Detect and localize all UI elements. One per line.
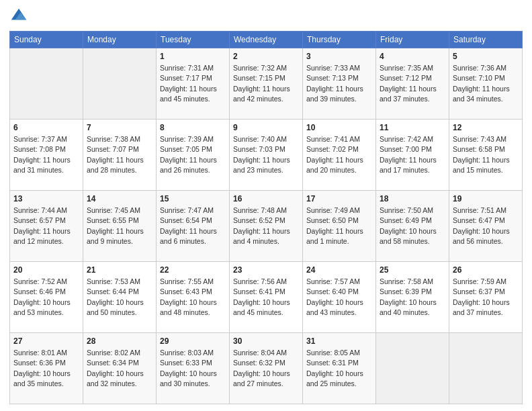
calendar-cell <box>10 48 83 120</box>
day-info: Sunrise: 7:52 AM Sunset: 6:46 PM Dayligh… <box>13 277 71 316</box>
day-number: 30 <box>233 336 299 347</box>
day-info: Sunrise: 7:47 AM Sunset: 6:54 PM Dayligh… <box>160 206 217 245</box>
day-number: 1 <box>160 51 226 62</box>
calendar-cell: 2Sunrise: 7:32 AM Sunset: 7:15 PM Daylig… <box>230 48 303 120</box>
calendar-cell: 17Sunrise: 7:49 AM Sunset: 6:50 PM Dayli… <box>303 191 376 262</box>
calendar-cell: 24Sunrise: 7:57 AM Sunset: 6:40 PM Dayli… <box>303 262 376 333</box>
calendar-cell: 29Sunrise: 8:03 AM Sunset: 6:33 PM Dayli… <box>157 333 230 404</box>
day-number: 25 <box>380 265 445 276</box>
day-info: Sunrise: 7:53 AM Sunset: 6:44 PM Dayligh… <box>87 277 144 316</box>
day-info: Sunrise: 7:55 AM Sunset: 6:43 PM Dayligh… <box>160 277 217 316</box>
day-info: Sunrise: 7:37 AM Sunset: 7:08 PM Dayligh… <box>13 135 71 174</box>
calendar-cell: 25Sunrise: 7:58 AM Sunset: 6:39 PM Dayli… <box>376 262 449 333</box>
day-number: 8 <box>160 122 226 134</box>
calendar-cell: 5Sunrise: 7:36 AM Sunset: 7:10 PM Daylig… <box>449 48 523 120</box>
day-info: Sunrise: 8:04 AM Sunset: 6:32 PM Dayligh… <box>233 349 290 387</box>
day-number: 3 <box>306 51 372 62</box>
day-number: 19 <box>453 193 519 205</box>
calendar-cell: 23Sunrise: 7:56 AM Sunset: 6:41 PM Dayli… <box>230 262 303 333</box>
day-info: Sunrise: 8:03 AM Sunset: 6:33 PM Dayligh… <box>160 349 217 387</box>
day-info: Sunrise: 7:35 AM Sunset: 7:12 PM Dayligh… <box>380 64 437 103</box>
day-header-wednesday: Wednesday <box>230 32 303 48</box>
day-number: 17 <box>306 193 372 205</box>
day-info: Sunrise: 7:44 AM Sunset: 6:57 PM Dayligh… <box>13 206 71 245</box>
day-number: 7 <box>87 122 152 134</box>
calendar-cell: 31Sunrise: 8:05 AM Sunset: 6:31 PM Dayli… <box>303 333 376 404</box>
day-header-sunday: Sunday <box>10 32 83 48</box>
calendar-cell: 6Sunrise: 7:37 AM Sunset: 7:08 PM Daylig… <box>10 120 83 191</box>
calendar-header-row: SundayMondayTuesdayWednesdayThursdayFrid… <box>10 32 523 48</box>
day-number: 2 <box>233 51 299 62</box>
day-number: 14 <box>87 193 152 205</box>
calendar-week-1: 6Sunrise: 7:37 AM Sunset: 7:08 PM Daylig… <box>10 120 523 191</box>
day-number: 4 <box>380 51 445 62</box>
calendar-cell: 21Sunrise: 7:53 AM Sunset: 6:44 PM Dayli… <box>83 262 157 333</box>
calendar-cell: 20Sunrise: 7:52 AM Sunset: 6:46 PM Dayli… <box>10 262 83 333</box>
calendar-week-3: 20Sunrise: 7:52 AM Sunset: 6:46 PM Dayli… <box>10 262 523 333</box>
calendar-week-0: 1Sunrise: 7:31 AM Sunset: 7:17 PM Daylig… <box>10 48 523 120</box>
day-info: Sunrise: 7:59 AM Sunset: 6:37 PM Dayligh… <box>453 277 510 316</box>
day-info: Sunrise: 8:02 AM Sunset: 6:34 PM Dayligh… <box>87 349 144 387</box>
day-info: Sunrise: 7:57 AM Sunset: 6:40 PM Dayligh… <box>306 277 363 316</box>
day-number: 22 <box>160 265 226 276</box>
day-info: Sunrise: 7:31 AM Sunset: 7:17 PM Dayligh… <box>160 64 217 103</box>
day-info: Sunrise: 7:32 AM Sunset: 7:15 PM Dayligh… <box>233 64 290 103</box>
calendar-cell: 9Sunrise: 7:40 AM Sunset: 7:03 PM Daylig… <box>230 120 303 191</box>
day-number: 10 <box>306 122 372 134</box>
calendar-cell <box>83 48 157 120</box>
calendar-cell: 8Sunrise: 7:39 AM Sunset: 7:05 PM Daylig… <box>157 120 230 191</box>
calendar-cell: 22Sunrise: 7:55 AM Sunset: 6:43 PM Dayli… <box>157 262 230 333</box>
logo <box>9 7 31 26</box>
day-number: 21 <box>87 265 152 276</box>
day-info: Sunrise: 7:38 AM Sunset: 7:07 PM Dayligh… <box>87 135 144 174</box>
calendar-cell: 3Sunrise: 7:33 AM Sunset: 7:13 PM Daylig… <box>303 48 376 120</box>
day-header-friday: Friday <box>376 32 449 48</box>
day-info: Sunrise: 7:40 AM Sunset: 7:03 PM Dayligh… <box>233 135 290 174</box>
calendar-cell: 28Sunrise: 8:02 AM Sunset: 6:34 PM Dayli… <box>83 333 157 404</box>
day-number: 15 <box>160 193 226 205</box>
calendar-cell <box>449 333 523 404</box>
day-number: 9 <box>233 122 299 134</box>
calendar-cell: 12Sunrise: 7:43 AM Sunset: 6:58 PM Dayli… <box>449 120 523 191</box>
day-info: Sunrise: 8:05 AM Sunset: 6:31 PM Dayligh… <box>306 349 363 387</box>
day-info: Sunrise: 7:58 AM Sunset: 6:39 PM Dayligh… <box>380 277 437 316</box>
calendar-cell: 13Sunrise: 7:44 AM Sunset: 6:57 PM Dayli… <box>10 191 83 262</box>
day-info: Sunrise: 7:45 AM Sunset: 6:55 PM Dayligh… <box>87 206 144 245</box>
calendar-cell <box>376 333 449 404</box>
day-number: 28 <box>87 336 152 347</box>
day-number: 31 <box>306 336 372 347</box>
logo-icon <box>9 7 28 26</box>
day-header-thursday: Thursday <box>303 32 376 48</box>
calendar-cell: 15Sunrise: 7:47 AM Sunset: 6:54 PM Dayli… <box>157 191 230 262</box>
day-number: 20 <box>13 265 79 276</box>
calendar-cell: 1Sunrise: 7:31 AM Sunset: 7:17 PM Daylig… <box>157 48 230 120</box>
day-info: Sunrise: 7:50 AM Sunset: 6:49 PM Dayligh… <box>380 206 437 245</box>
day-header-monday: Monday <box>83 32 157 48</box>
calendar-cell: 30Sunrise: 8:04 AM Sunset: 6:32 PM Dayli… <box>230 333 303 404</box>
day-number: 5 <box>453 51 519 62</box>
calendar-cell: 27Sunrise: 8:01 AM Sunset: 6:36 PM Dayli… <box>10 333 83 404</box>
day-number: 12 <box>453 122 519 134</box>
header <box>9 7 523 26</box>
day-info: Sunrise: 7:43 AM Sunset: 6:58 PM Dayligh… <box>453 135 510 174</box>
calendar-cell: 19Sunrise: 7:51 AM Sunset: 6:47 PM Dayli… <box>449 191 523 262</box>
calendar-week-4: 27Sunrise: 8:01 AM Sunset: 6:36 PM Dayli… <box>10 333 523 404</box>
day-number: 13 <box>13 193 79 205</box>
day-number: 26 <box>453 265 519 276</box>
page: SundayMondayTuesdayWednesdayThursdayFrid… <box>0 0 532 411</box>
calendar-cell: 11Sunrise: 7:42 AM Sunset: 7:00 PM Dayli… <box>376 120 449 191</box>
day-number: 29 <box>160 336 226 347</box>
calendar-cell: 14Sunrise: 7:45 AM Sunset: 6:55 PM Dayli… <box>83 191 157 262</box>
calendar-table: SundayMondayTuesdayWednesdayThursdayFrid… <box>9 31 523 404</box>
calendar-week-2: 13Sunrise: 7:44 AM Sunset: 6:57 PM Dayli… <box>10 191 523 262</box>
day-number: 27 <box>13 336 79 347</box>
day-number: 11 <box>380 122 445 134</box>
calendar-cell: 18Sunrise: 7:50 AM Sunset: 6:49 PM Dayli… <box>376 191 449 262</box>
day-info: Sunrise: 7:42 AM Sunset: 7:00 PM Dayligh… <box>380 135 437 174</box>
day-info: Sunrise: 7:39 AM Sunset: 7:05 PM Dayligh… <box>160 135 217 174</box>
day-number: 16 <box>233 193 299 205</box>
calendar-cell: 16Sunrise: 7:48 AM Sunset: 6:52 PM Dayli… <box>230 191 303 262</box>
day-header-tuesday: Tuesday <box>157 32 230 48</box>
calendar-cell: 10Sunrise: 7:41 AM Sunset: 7:02 PM Dayli… <box>303 120 376 191</box>
calendar-cell: 26Sunrise: 7:59 AM Sunset: 6:37 PM Dayli… <box>449 262 523 333</box>
